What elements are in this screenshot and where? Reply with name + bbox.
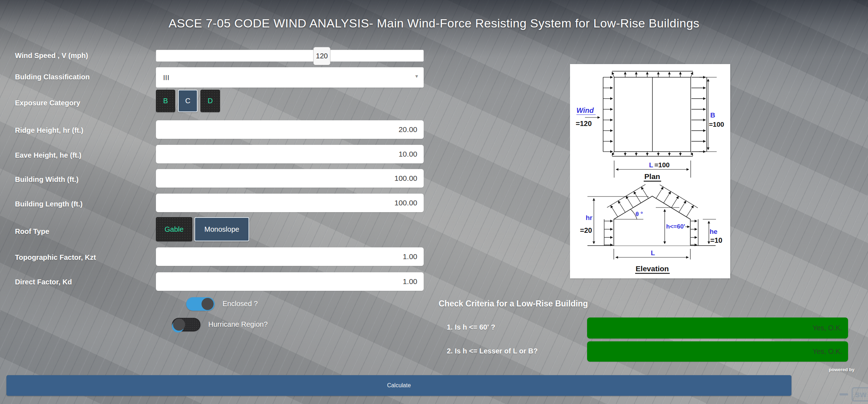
eave-height-label: Eave Height, he (ft.)	[15, 151, 82, 159]
plan-b-value: =100	[709, 121, 724, 128]
elevation-he-label: he	[710, 228, 717, 235]
ridge-height-input[interactable]: 20.00	[156, 120, 424, 139]
vendor-logo-text: sw	[852, 387, 868, 402]
elevation-l-label: L	[651, 249, 655, 257]
criterion-2-status-bar: Yes, O.K.	[587, 341, 848, 362]
building-width-input[interactable]: 100.00	[156, 169, 424, 188]
criterion-1-label: 1. Is h <= 60' ?	[447, 323, 495, 331]
plan-wind-label: Wind	[576, 106, 594, 114]
exposure-category-label: Exposure Category	[15, 99, 80, 107]
building-diagram-panel: Wind =120 B =100 L =100 Plan	[570, 64, 730, 278]
criterion-2-label: 2. Is h <= Lesser of L or B?	[447, 347, 538, 355]
elevation-theta-label: θ °	[636, 211, 643, 217]
elevation-drawing	[587, 184, 716, 273]
toggle-knob	[202, 298, 214, 310]
vendor-logo-dash	[840, 393, 848, 395]
hurricane-region-toggle[interactable]	[172, 318, 200, 331]
direct-factor-input[interactable]: 1.00	[156, 272, 424, 291]
background-vignette	[0, 0, 868, 93]
direct-factor-label: Direct Factor, Kd	[15, 278, 72, 286]
vendor-logo: sw	[840, 387, 868, 402]
topographic-factor-label: Topographic Factor, Kzt	[15, 253, 96, 262]
plan-l-label: L	[649, 161, 653, 169]
criterion-1-result: Yes, O.K.	[812, 324, 842, 332]
page-title: ASCE 7-05 CODE WIND ANALYSIS- Main Wind-…	[0, 16, 868, 30]
plan-drawing	[576, 71, 717, 181]
ridge-height-label: Ridge Height, hr (ft.)	[15, 126, 83, 135]
building-diagram: Wind =120 B =100 L =100 Plan	[570, 64, 730, 278]
wind-speed-slider-handle[interactable]: 120	[313, 47, 330, 65]
elevation-h-limit-label: h<=60'	[666, 223, 685, 230]
building-length-input[interactable]: 100.00	[156, 194, 424, 212]
topographic-factor-input[interactable]: 1.00	[156, 247, 424, 266]
building-width-label: Building Width (ft.)	[15, 175, 79, 184]
exposure-option-c[interactable]: C	[178, 90, 198, 112]
building-classification-value: III	[163, 73, 169, 82]
plan-b-label: B	[710, 111, 715, 119]
plan-wind-value: =120	[576, 120, 592, 127]
wind-speed-slider[interactable]	[156, 50, 424, 62]
exposure-option-d[interactable]: D	[200, 90, 220, 112]
enclosed-toggle-label: Enclosed ?	[223, 300, 258, 308]
building-classification-select[interactable]: III ▾	[156, 67, 424, 88]
elevation-caption: Elevation	[636, 264, 669, 273]
exposure-option-b[interactable]: B	[156, 90, 175, 112]
eave-height-input[interactable]: 10.00	[156, 145, 424, 163]
hurricane-region-toggle-label: Hurricane Region?	[208, 320, 268, 329]
building-classification-label: Bulding Classification	[15, 73, 90, 81]
wind-speed-label: Wind Speed , V (mph)	[15, 52, 88, 60]
roof-type-gable-button[interactable]: Gable	[156, 217, 192, 241]
criterion-1-status-bar: Yes, O.K.	[587, 318, 848, 339]
elevation-hr-value: =20	[580, 226, 592, 234]
toggle-knob	[173, 319, 185, 331]
roof-type-label: Roof Type	[15, 227, 49, 236]
elevation-hr-label: hr	[586, 214, 593, 221]
roof-type-monoslope-button[interactable]: Monoslope	[194, 217, 249, 241]
chevron-down-icon: ▾	[415, 73, 418, 79]
criterion-2-result: Yes, O.K.	[812, 347, 842, 356]
wind-analysis-app: ASCE 7-05 CODE WIND ANALYSIS- Main Wind-…	[0, 0, 868, 404]
elevation-he-value: =10	[710, 236, 722, 244]
powered-by-text: powered by	[829, 367, 854, 372]
plan-caption: Plan	[644, 172, 660, 180]
criteria-heading: Check Criteria for a Low-Rise Building	[439, 299, 588, 309]
enclosed-toggle[interactable]	[186, 297, 215, 311]
building-length-label: Building Length (ft.)	[15, 200, 83, 208]
calculate-button[interactable]: Calculate	[6, 375, 791, 396]
plan-l-value: =100	[654, 161, 670, 169]
